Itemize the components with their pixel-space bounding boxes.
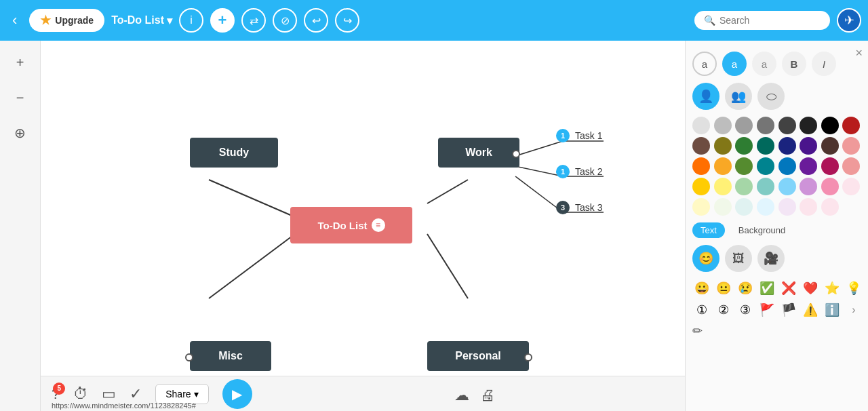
emoji-11[interactable]: 🚩 [757, 300, 776, 319]
zoom-in-button[interactable]: + [8, 50, 33, 75]
group-icon-button[interactable]: 👥 [725, 83, 752, 110]
cloud-button[interactable]: ☁ [454, 387, 469, 404]
video-button[interactable]: 🎥 [757, 245, 785, 272]
emoji-2[interactable]: 😢 [736, 279, 755, 298]
color-swatch-26[interactable] [735, 178, 753, 195]
font-filled-button[interactable]: a [722, 52, 747, 76]
color-swatch-8[interactable] [692, 137, 710, 155]
emoji-10[interactable]: ③ [736, 300, 755, 319]
redo-button[interactable]: ↪ [335, 8, 359, 33]
search-input[interactable] [719, 15, 821, 26]
color-swatch-10[interactable] [735, 137, 753, 155]
italic-button[interactable]: I [812, 52, 836, 76]
color-swatch-11[interactable] [757, 137, 774, 155]
add-button[interactable]: + [210, 8, 235, 33]
emoji-7[interactable]: 💡 [844, 279, 863, 298]
color-swatch-13[interactable] [800, 137, 817, 155]
color-swatch-19[interactable] [757, 157, 774, 175]
color-swatch-23[interactable] [842, 157, 860, 175]
color-swatch-37[interactable] [800, 198, 817, 216]
color-swatch-2[interactable] [735, 117, 753, 134]
color-swatch-12[interactable] [778, 137, 796, 155]
color-swatch-38[interactable] [821, 198, 839, 216]
color-swatch-6[interactable] [821, 117, 839, 134]
color-swatch-29[interactable] [800, 178, 817, 195]
play-button[interactable]: ▶ [222, 379, 252, 409]
more-emojis-button[interactable]: › [844, 300, 863, 319]
text-tab-button[interactable]: Text [692, 222, 725, 238]
color-swatch-32[interactable] [692, 198, 710, 216]
color-swatch-14[interactable] [821, 137, 839, 155]
emoji-button[interactable]: 😊 [692, 245, 719, 272]
image-button[interactable]: 🖼 [725, 245, 752, 272]
color-swatch-17[interactable] [714, 157, 732, 175]
emoji-3[interactable]: ✅ [757, 279, 776, 298]
oval-icon-button[interactable]: ⬭ [757, 83, 785, 110]
brush-button[interactable]: ✏ [692, 324, 703, 338]
emoji-9[interactable]: ② [714, 300, 733, 319]
check-button[interactable]: ✓ [130, 385, 142, 403]
color-swatch-27[interactable] [757, 178, 774, 195]
color-swatch-25[interactable] [714, 178, 732, 195]
color-swatch-0[interactable] [692, 117, 710, 134]
shape-button[interactable]: ▭ [102, 385, 116, 403]
share-mode-button[interactable]: ⇄ [241, 8, 266, 33]
task1-item[interactable]: 1 Task 1 [556, 129, 602, 142]
center-node[interactable]: To-Do List ≡ [290, 207, 412, 243]
title-button[interactable]: To-Do List ▾ [111, 14, 172, 27]
help-button[interactable]: ? 5 [52, 385, 60, 403]
color-swatch-35[interactable] [757, 198, 774, 216]
emoji-4[interactable]: ❌ [779, 279, 798, 298]
zoom-out-button[interactable]: − [8, 85, 33, 110]
center-button[interactable]: ⊕ [8, 121, 33, 145]
color-swatch-28[interactable] [778, 178, 796, 195]
color-swatch-24[interactable] [692, 178, 710, 195]
font-outline-button[interactable]: a [692, 52, 717, 76]
color-swatch-15[interactable] [842, 137, 860, 155]
emoji-14[interactable]: ℹ️ [823, 300, 842, 319]
emoji-0[interactable]: 😀 [692, 279, 711, 298]
emoji-13[interactable]: ⚠️ [801, 300, 820, 319]
bold-button[interactable]: B [782, 52, 806, 76]
color-swatch-21[interactable] [800, 157, 817, 175]
personal-node[interactable]: Personal [427, 341, 529, 371]
color-swatch-9[interactable] [714, 137, 732, 155]
color-swatch-36[interactable] [778, 198, 796, 216]
emoji-5[interactable]: ❤️ [801, 279, 820, 298]
person-icon-button[interactable]: 👤 [692, 83, 719, 110]
history-button[interactable]: ⏱ [73, 385, 88, 403]
block-button[interactable]: ⊘ [273, 8, 297, 33]
color-swatch-33[interactable] [714, 198, 732, 216]
panel-close-button[interactable]: × [855, 46, 863, 60]
color-swatch-22[interactable] [821, 157, 839, 175]
upgrade-button[interactable]: ★ Upgrade [29, 9, 104, 32]
color-swatch-30[interactable] [821, 178, 839, 195]
emoji-8[interactable]: ① [692, 300, 711, 319]
back-button[interactable]: ‹ [7, 12, 22, 29]
color-swatch-4[interactable] [778, 117, 796, 134]
misc-node[interactable]: Misc [190, 341, 271, 371]
study-node[interactable]: Study [190, 138, 278, 168]
work-node[interactable]: Work [438, 138, 519, 168]
emoji-1[interactable]: 😐 [714, 279, 733, 298]
task3-item[interactable]: 3 Task 3 [556, 201, 602, 214]
emoji-6[interactable]: ⭐ [823, 279, 842, 298]
info-button[interactable]: i [179, 8, 203, 33]
share-button[interactable]: Share ▾ [155, 384, 208, 404]
emoji-12[interactable]: 🏴 [779, 300, 798, 319]
color-swatch-7[interactable] [842, 117, 860, 134]
task2-item[interactable]: 1 Task 2 [556, 165, 602, 178]
background-tab-button[interactable]: Background [730, 222, 793, 238]
avatar[interactable]: ✈ [837, 8, 861, 33]
color-swatch-16[interactable] [692, 157, 710, 175]
color-swatch-20[interactable] [778, 157, 796, 175]
print-button[interactable]: 🖨 [480, 387, 495, 404]
color-swatch-5[interactable] [800, 117, 817, 134]
color-swatch-34[interactable] [735, 198, 753, 216]
color-swatch-31[interactable] [842, 178, 860, 195]
undo-button[interactable]: ↩ [304, 8, 328, 33]
color-swatch-3[interactable] [757, 117, 774, 134]
color-swatch-18[interactable] [735, 157, 753, 175]
font-shadow-button[interactable]: a [752, 52, 776, 76]
color-swatch-1[interactable] [714, 117, 732, 134]
